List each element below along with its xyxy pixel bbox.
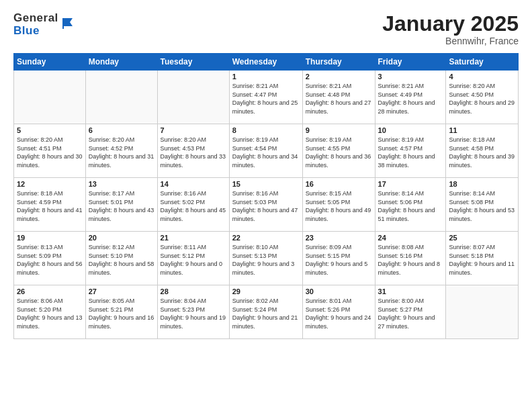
table-row: 13Sunrise: 8:17 AMSunset: 5:01 PMDayligh… <box>85 178 157 232</box>
day-info: Sunrise: 8:18 AMSunset: 4:58 PMDaylight:… <box>449 136 515 169</box>
day-info: Sunrise: 8:13 AMSunset: 5:09 PMDaylight:… <box>17 243 83 277</box>
day-info: Sunrise: 8:21 AMSunset: 4:48 PMDaylight:… <box>306 82 372 116</box>
day-info: Sunrise: 8:20 AMSunset: 4:50 PMDaylight:… <box>449 82 515 116</box>
col-sunday: Sunday <box>14 54 86 71</box>
day-info: Sunrise: 8:20 AMSunset: 4:53 PMDaylight:… <box>161 136 226 169</box>
day-number: 20 <box>89 234 154 242</box>
day-number: 28 <box>161 287 226 295</box>
day-info: Sunrise: 8:14 AMSunset: 5:08 PMDaylight:… <box>449 189 515 223</box>
calendar-header-row: Sunday Monday Tuesday Wednesday Thursday… <box>14 54 519 71</box>
day-number: 27 <box>89 287 154 295</box>
day-info: Sunrise: 8:02 AMSunset: 5:24 PMDaylight:… <box>232 297 300 330</box>
table-row: 9Sunrise: 8:19 AMSunset: 4:55 PMDaylight… <box>302 124 375 178</box>
table-row: 26Sunrise: 8:06 AMSunset: 5:20 PMDayligh… <box>14 285 86 339</box>
day-number: 16 <box>306 180 372 188</box>
table-row: 25Sunrise: 8:07 AMSunset: 5:18 PMDayligh… <box>446 232 519 285</box>
day-info: Sunrise: 8:19 AMSunset: 4:55 PMDaylight:… <box>306 136 372 169</box>
calendar-week-row: 1Sunrise: 8:21 AMSunset: 4:47 PMDaylight… <box>14 71 519 124</box>
table-row: 4Sunrise: 8:20 AMSunset: 4:50 PMDaylight… <box>446 71 519 124</box>
table-row: 15Sunrise: 8:16 AMSunset: 5:03 PMDayligh… <box>229 178 302 232</box>
day-info: Sunrise: 8:09 AMSunset: 5:15 PMDaylight:… <box>306 243 372 277</box>
day-number: 19 <box>17 234 83 242</box>
col-tuesday: Tuesday <box>157 54 229 71</box>
table-row: 31Sunrise: 8:00 AMSunset: 5:27 PMDayligh… <box>375 285 446 339</box>
calendar-week-row: 19Sunrise: 8:13 AMSunset: 5:09 PMDayligh… <box>14 232 519 285</box>
table-row: 27Sunrise: 8:05 AMSunset: 5:21 PMDayligh… <box>85 285 157 339</box>
logo-content: General Blue <box>13 12 77 37</box>
day-number: 7 <box>161 126 226 134</box>
table-row: 17Sunrise: 8:14 AMSunset: 5:06 PMDayligh… <box>375 178 446 232</box>
day-number: 29 <box>232 287 300 295</box>
calendar-table: Sunday Monday Tuesday Wednesday Thursday… <box>13 53 519 339</box>
day-info: Sunrise: 8:21 AMSunset: 4:49 PMDaylight:… <box>378 82 443 116</box>
calendar-week-row: 26Sunrise: 8:06 AMSunset: 5:20 PMDayligh… <box>14 285 519 339</box>
table-row: 14Sunrise: 8:16 AMSunset: 5:02 PMDayligh… <box>157 178 229 232</box>
day-number: 10 <box>378 126 443 134</box>
calendar-week-row: 5Sunrise: 8:20 AMSunset: 4:51 PMDaylight… <box>14 124 519 178</box>
day-info: Sunrise: 8:18 AMSunset: 4:59 PMDaylight:… <box>17 189 83 223</box>
day-info: Sunrise: 8:11 AMSunset: 5:12 PMDaylight:… <box>161 243 226 277</box>
day-info: Sunrise: 8:19 AMSunset: 4:57 PMDaylight:… <box>378 136 443 169</box>
table-row <box>446 285 519 339</box>
day-info: Sunrise: 8:19 AMSunset: 4:54 PMDaylight:… <box>232 136 300 169</box>
table-row: 10Sunrise: 8:19 AMSunset: 4:57 PMDayligh… <box>375 124 446 178</box>
day-info: Sunrise: 8:01 AMSunset: 5:26 PMDaylight:… <box>306 297 372 330</box>
table-row: 18Sunrise: 8:14 AMSunset: 5:08 PMDayligh… <box>446 178 519 232</box>
table-row: 5Sunrise: 8:20 AMSunset: 4:51 PMDaylight… <box>14 124 86 178</box>
col-friday: Friday <box>375 54 446 71</box>
day-number: 25 <box>449 234 515 242</box>
table-row: 29Sunrise: 8:02 AMSunset: 5:24 PMDayligh… <box>229 285 302 339</box>
table-row: 6Sunrise: 8:20 AMSunset: 4:52 PMDaylight… <box>85 124 157 178</box>
day-number: 4 <box>449 73 515 81</box>
day-number: 26 <box>17 287 83 295</box>
day-info: Sunrise: 8:04 AMSunset: 5:23 PMDaylight:… <box>161 297 226 330</box>
table-row: 28Sunrise: 8:04 AMSunset: 5:23 PMDayligh… <box>157 285 229 339</box>
day-info: Sunrise: 8:16 AMSunset: 5:02 PMDaylight:… <box>161 189 226 223</box>
table-row: 7Sunrise: 8:20 AMSunset: 4:53 PMDaylight… <box>157 124 229 178</box>
day-info: Sunrise: 8:16 AMSunset: 5:03 PMDaylight:… <box>232 189 300 223</box>
day-number: 18 <box>449 180 515 188</box>
day-number: 3 <box>378 73 443 81</box>
day-number: 17 <box>378 180 443 188</box>
day-info: Sunrise: 8:12 AMSunset: 5:10 PMDaylight:… <box>89 243 154 277</box>
table-row: 22Sunrise: 8:10 AMSunset: 5:13 PMDayligh… <box>229 232 302 285</box>
table-row: 11Sunrise: 8:18 AMSunset: 4:58 PMDayligh… <box>446 124 519 178</box>
day-number: 31 <box>378 287 443 295</box>
month-title: January 2025 <box>382 12 519 36</box>
table-row: 3Sunrise: 8:21 AMSunset: 4:49 PMDaylight… <box>375 71 446 124</box>
table-row <box>14 71 86 124</box>
day-number: 9 <box>306 126 372 134</box>
day-info: Sunrise: 8:10 AMSunset: 5:13 PMDaylight:… <box>232 243 300 277</box>
table-row <box>157 71 229 124</box>
day-info: Sunrise: 8:08 AMSunset: 5:16 PMDaylight:… <box>378 243 443 277</box>
day-number: 22 <box>232 234 300 242</box>
col-saturday: Saturday <box>446 54 519 71</box>
location: Bennwihr, France <box>382 36 519 46</box>
logo-blue: Blue <box>13 25 58 38</box>
day-number: 2 <box>306 73 372 81</box>
table-row: 21Sunrise: 8:11 AMSunset: 5:12 PMDayligh… <box>157 232 229 285</box>
table-row: 30Sunrise: 8:01 AMSunset: 5:26 PMDayligh… <box>302 285 375 339</box>
day-number: 30 <box>306 287 372 295</box>
day-number: 5 <box>17 126 83 134</box>
table-row: 20Sunrise: 8:12 AMSunset: 5:10 PMDayligh… <box>85 232 157 285</box>
day-info: Sunrise: 8:06 AMSunset: 5:20 PMDaylight:… <box>17 297 83 330</box>
day-info: Sunrise: 8:17 AMSunset: 5:01 PMDaylight:… <box>89 189 154 223</box>
day-number: 23 <box>306 234 372 242</box>
day-number: 8 <box>232 126 300 134</box>
table-row: 19Sunrise: 8:13 AMSunset: 5:09 PMDayligh… <box>14 232 86 285</box>
day-number: 24 <box>378 234 443 242</box>
title-section: January 2025 Bennwihr, France <box>382 12 519 46</box>
day-info: Sunrise: 8:20 AMSunset: 4:52 PMDaylight:… <box>89 136 154 169</box>
day-number: 12 <box>17 180 83 188</box>
day-info: Sunrise: 8:15 AMSunset: 5:05 PMDaylight:… <box>306 189 372 223</box>
table-row: 23Sunrise: 8:09 AMSunset: 5:15 PMDayligh… <box>302 232 375 285</box>
day-number: 15 <box>232 180 300 188</box>
day-info: Sunrise: 8:05 AMSunset: 5:21 PMDaylight:… <box>89 297 154 330</box>
col-monday: Monday <box>85 54 157 71</box>
day-number: 6 <box>89 126 154 134</box>
day-info: Sunrise: 8:20 AMSunset: 4:51 PMDaylight:… <box>17 136 83 169</box>
day-info: Sunrise: 8:00 AMSunset: 5:27 PMDaylight:… <box>378 297 443 330</box>
day-number: 14 <box>161 180 226 188</box>
table-row: 24Sunrise: 8:08 AMSunset: 5:16 PMDayligh… <box>375 232 446 285</box>
